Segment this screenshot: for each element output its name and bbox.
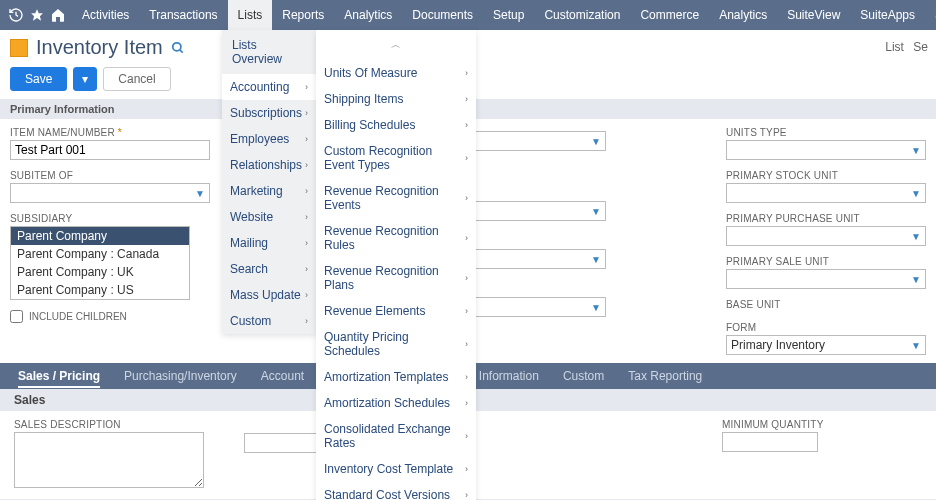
nav-suiteview[interactable]: SuiteView: [777, 0, 850, 30]
lists-overview-label: Lists Overview: [232, 38, 306, 66]
item-name-input[interactable]: [10, 140, 210, 160]
form-value: Primary Inventory: [731, 338, 825, 352]
nav-setup[interactable]: Setup: [483, 0, 534, 30]
sales-desc-input[interactable]: [14, 432, 204, 488]
search-icon[interactable]: [171, 41, 185, 55]
nav-activities[interactable]: Activities: [72, 0, 139, 30]
menu2-item[interactable]: Inventory Cost Template›: [316, 456, 476, 482]
subsidiary-option[interactable]: Parent Company : UK: [11, 263, 189, 281]
lists-menu-col1: Lists Overview Accounting›Subscriptions›…: [222, 30, 316, 334]
menu2-item[interactable]: Revenue Recognition Rules›: [316, 218, 476, 258]
tab-account[interactable]: Account: [257, 363, 308, 389]
menu1-item[interactable]: Mass Update›: [222, 282, 316, 308]
menu2-item[interactable]: Amortization Schedules›: [316, 390, 476, 416]
nav-lists[interactable]: Lists: [228, 0, 273, 30]
menu2-item[interactable]: Consolidated Exchange Rates›: [316, 416, 476, 456]
min-qty-label: MINIMUM QUANTITY: [722, 419, 922, 430]
tab-custom[interactable]: Custom: [559, 363, 608, 389]
units-type-select[interactable]: ▼: [726, 140, 926, 160]
primary-sale-unit-select[interactable]: ▼: [726, 269, 926, 289]
svg-line-2: [179, 49, 182, 52]
top-nav: ActivitiesTransactionsListsReportsAnalyt…: [0, 0, 936, 30]
save-button[interactable]: Save: [10, 67, 67, 91]
menu-collapse-caret[interactable]: ︿: [316, 30, 476, 60]
menu1-item[interactable]: Marketing›: [222, 178, 316, 204]
include-children-checkbox[interactable]: [10, 310, 23, 323]
menu2-item[interactable]: Revenue Elements›: [316, 298, 476, 324]
menu2-item[interactable]: Standard Cost Versions›: [316, 482, 476, 500]
subsidiary-option[interactable]: Parent Company : US: [11, 281, 189, 299]
menu1-item[interactable]: Website›: [222, 204, 316, 230]
menu1-item[interactable]: Search›: [222, 256, 316, 282]
star-icon[interactable]: [30, 3, 44, 27]
subsidiary-option[interactable]: Parent Company : Canada: [11, 245, 189, 263]
home-icon[interactable]: [50, 3, 66, 27]
primary-sale-unit-label: PRIMARY SALE UNIT: [726, 256, 926, 267]
page-title: Inventory Item: [36, 36, 163, 59]
primary-purchase-unit-label: PRIMARY PURCHASE UNIT: [726, 213, 926, 224]
primary-purchase-unit-select[interactable]: ▼: [726, 226, 926, 246]
list-link[interactable]: List: [885, 40, 904, 54]
menu1-item[interactable]: Accounting›: [222, 74, 316, 100]
menu1-item[interactable]: Subscriptions›: [222, 100, 316, 126]
form-label: FORM: [726, 322, 926, 333]
menu2-item[interactable]: Amortization Templates›: [316, 364, 476, 390]
tab-purchasing-inventory[interactable]: Purchasing/Inventory: [120, 363, 241, 389]
subitem-select[interactable]: ▼: [10, 183, 210, 203]
menu2-item[interactable]: Units Of Measure›: [316, 60, 476, 86]
history-icon[interactable]: [8, 3, 24, 27]
units-type-label: UNITS TYPE: [726, 127, 926, 138]
menu2-item[interactable]: Custom Recognition Event Types›: [316, 138, 476, 178]
base-unit-label: BASE UNIT: [726, 299, 926, 310]
nav-commerce[interactable]: Commerce: [630, 0, 709, 30]
primary-stock-unit-select[interactable]: ▼: [726, 183, 926, 203]
nav-transactions[interactable]: Transactions: [139, 0, 227, 30]
search-link-truncated[interactable]: Se: [913, 40, 928, 54]
svg-point-1: [172, 42, 180, 50]
cancel-button[interactable]: Cancel: [103, 67, 170, 91]
subsidiary-option[interactable]: Parent Company: [11, 227, 189, 245]
primary-stock-unit-label: PRIMARY STOCK UNIT: [726, 170, 926, 181]
nav-support[interactable]: Support: [925, 0, 936, 30]
item-type-icon: [10, 39, 28, 57]
menu1-item[interactable]: Relationships›: [222, 152, 316, 178]
menu2-item[interactable]: Revenue Recognition Events›: [316, 178, 476, 218]
tab-tax-reporting[interactable]: Tax Reporting: [624, 363, 706, 389]
subsidiary-listbox[interactable]: Parent CompanyParent Company : CanadaPar…: [10, 226, 190, 300]
svg-marker-0: [31, 9, 43, 21]
nav-customization[interactable]: Customization: [534, 0, 630, 30]
nav-documents[interactable]: Documents: [402, 0, 483, 30]
tab-sales-pricing[interactable]: Sales / Pricing: [14, 363, 104, 389]
nav-analytics[interactable]: Analytics: [334, 0, 402, 30]
menu1-item[interactable]: Custom›: [222, 308, 316, 334]
min-qty-input[interactable]: [722, 432, 818, 452]
lists-overview-header[interactable]: Lists Overview: [222, 30, 316, 74]
nav-reports[interactable]: Reports: [272, 0, 334, 30]
menu2-item[interactable]: Quantity Pricing Schedules›: [316, 324, 476, 364]
nav-suiteapps[interactable]: SuiteApps: [850, 0, 925, 30]
menu1-item[interactable]: Mailing›: [222, 230, 316, 256]
menu2-item[interactable]: Billing Schedules›: [316, 112, 476, 138]
menu1-item[interactable]: Employees›: [222, 126, 316, 152]
include-children-label: INCLUDE CHILDREN: [29, 311, 127, 322]
nav-analytics[interactable]: Analytics: [709, 0, 777, 30]
sales-desc-label: SALES DESCRIPTION: [14, 419, 204, 430]
lists-menu-col2: ︿ Units Of Measure›Shipping Items›Billin…: [316, 30, 476, 500]
menu2-item[interactable]: Shipping Items›: [316, 86, 476, 112]
menu2-item[interactable]: Revenue Recognition Plans›: [316, 258, 476, 298]
form-select[interactable]: Primary Inventory▼: [726, 335, 926, 355]
save-dropdown-button[interactable]: ▾: [73, 67, 97, 91]
view-mode-links: List Se: [879, 40, 928, 54]
